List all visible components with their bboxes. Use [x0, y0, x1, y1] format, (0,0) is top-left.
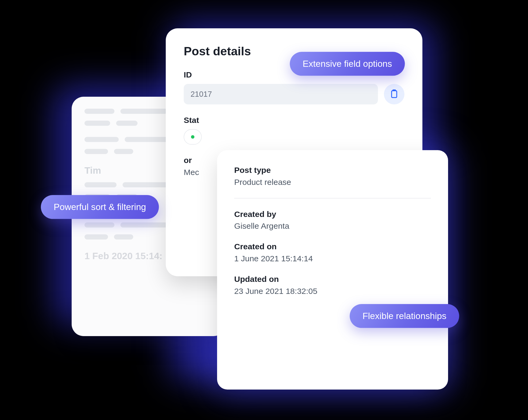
placeholder-line — [122, 182, 172, 187]
status-pill[interactable] — [184, 129, 202, 145]
created-by-label: Created by — [234, 209, 431, 219]
id-input[interactable] — [184, 84, 378, 104]
created-on-label: Created on — [234, 242, 431, 251]
clipboard-icon — [390, 90, 398, 99]
badge-field-options: Extensive field options — [290, 52, 405, 76]
divider — [234, 198, 431, 199]
placeholder-line — [120, 109, 167, 114]
created-by-value: Giselle Argenta — [234, 221, 431, 231]
status-dot-icon — [191, 135, 194, 139]
placeholder-line — [84, 182, 117, 187]
updated-on-value: 23 June 2021 18:32:05 — [234, 286, 431, 296]
badge-relationships: Flexible relationships — [350, 304, 459, 328]
metadata-card: Post type Product release Created by Gis… — [217, 150, 448, 390]
copy-button[interactable] — [384, 84, 404, 104]
placeholder-line — [84, 109, 114, 114]
placeholder-line — [116, 121, 137, 126]
placeholder-line — [120, 222, 172, 227]
placeholder-line — [84, 137, 119, 142]
post-type-label: Post type — [234, 166, 431, 175]
post-type-value: Product release — [234, 177, 431, 187]
badge-sort-filter: Powerful sort & filtering — [41, 195, 159, 219]
placeholder-line — [84, 149, 108, 154]
placeholder-line — [84, 222, 114, 227]
placeholder-line — [114, 234, 133, 239]
placeholder-line — [84, 234, 108, 239]
updated-on-label: Updated on — [234, 275, 431, 284]
placeholder-line — [114, 149, 133, 154]
svg-rect-0 — [391, 91, 396, 98]
placeholder-line — [84, 121, 110, 126]
status-label-partial: Stat — [184, 115, 404, 125]
created-on-value: 1 June 2021 15:14:14 — [234, 254, 431, 263]
